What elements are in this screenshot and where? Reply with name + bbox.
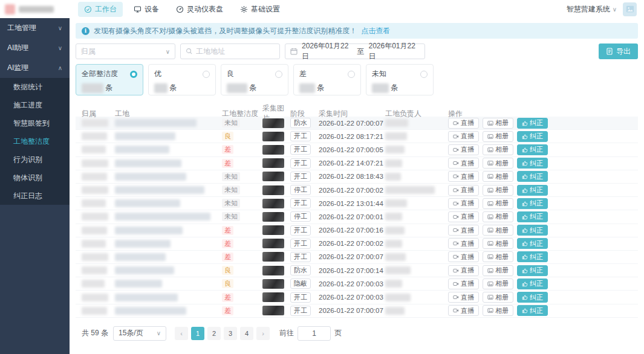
album-button[interactable]: 相册 [483,158,513,169]
correct-button[interactable]: 纠正 [517,185,548,196]
live-button[interactable]: 直播 [448,225,479,236]
album-button[interactable]: 相册 [483,292,513,303]
radio-icon[interactable] [275,71,282,78]
sidebar-item[interactable]: 纠正日志 [0,187,70,205]
radio-icon[interactable] [348,71,355,78]
radio-icon[interactable] [130,71,137,78]
topnav-item[interactable]: 灵动仪表盘 [170,2,229,17]
live-button[interactable]: 直播 [448,251,479,262]
album-button[interactable]: 相册 [483,131,513,142]
site-address-input[interactable] [196,47,268,56]
cleanliness-filter-card[interactable]: 差 条 [293,64,361,95]
next-page-button[interactable]: › [256,327,270,340]
owner-select[interactable]: 归属 ∨ [76,43,175,59]
sidebar-item[interactable]: 智慧眼签到 [0,114,70,132]
table-row[interactable]: 未知 开工 2026-01-22 08:18:43 直播 相册 纠正 [76,170,638,184]
sidebar-item[interactable]: 施工进度 [0,96,70,114]
table-row[interactable]: 差 开工 2026-01-22 07:00:02 直播 相册 纠正 [76,237,638,251]
system-switcher[interactable]: 智慧营建系统 ∨ [567,4,617,14]
album-button[interactable]: 相册 [483,225,513,236]
topnav-item[interactable]: 基础设置 [234,2,286,17]
goto-page-input[interactable] [298,326,331,341]
page-button[interactable]: 4 [240,327,253,340]
live-button[interactable]: 直播 [448,278,479,289]
correct-button[interactable]: 纠正 [517,265,548,276]
live-button[interactable]: 直播 [448,131,479,142]
table-row[interactable]: 差 开工 2026-01-22 07:00:07 直播 相册 纠正 [76,304,638,318]
live-button[interactable]: 直播 [448,158,479,169]
capture-thumbnail[interactable] [262,199,284,208]
table-row[interactable]: 良 防水 2026-01-22 07:00:14 直播 相册 纠正 [76,264,638,277]
table-row[interactable]: 良 隐蔽 2026-01-22 07:00:03 直播 相册 纠正 [76,277,638,291]
capture-thumbnail[interactable] [262,279,284,289]
capture-thumbnail[interactable] [262,185,284,195]
capture-thumbnail[interactable] [262,212,284,222]
live-button[interactable]: 直播 [448,305,479,316]
live-button[interactable]: 直播 [448,118,479,129]
album-button[interactable]: 相册 [483,171,513,182]
table-row[interactable]: 差 开工 2026-01-22 14:07:21 直播 相册 纠正 [76,157,638,170]
page-button[interactable]: 1 [191,327,204,340]
capture-thumbnail[interactable] [262,145,284,155]
cleanliness-filter-card[interactable]: 优 条 [148,64,216,95]
capture-thumbnail[interactable] [262,225,284,235]
album-button[interactable]: 相册 [483,144,513,155]
live-button[interactable]: 直播 [448,265,479,276]
album-button[interactable]: 相册 [483,238,513,249]
album-button[interactable]: 相册 [483,265,513,276]
album-button[interactable]: 相册 [483,305,513,316]
date-range-picker[interactable]: 2026年01月22日 至 2026年01月22日 [285,43,425,59]
correct-button[interactable]: 纠正 [517,144,548,155]
live-button[interactable]: 直播 [448,292,479,303]
correct-button[interactable]: 纠正 [517,305,548,316]
prev-page-button[interactable]: ‹ [175,327,188,340]
page-button[interactable]: 2 [207,327,221,340]
table-row[interactable]: 未知 停工 2026-01-22 07:00:01 直播 相册 纠正 [76,210,638,224]
correct-button[interactable]: 纠正 [517,118,548,129]
correct-button[interactable]: 纠正 [517,158,548,169]
table-row[interactable]: 未知 开工 2026-01-22 13:01:44 直播 相册 纠正 [76,197,638,210]
cleanliness-filter-card[interactable]: 全部整洁度 条 [76,64,143,95]
capture-thumbnail[interactable] [262,306,284,315]
radio-icon[interactable] [203,71,210,78]
correct-button[interactable]: 纠正 [517,225,548,236]
sidebar-section-header[interactable]: AI助理 ∨ [0,38,70,58]
album-button[interactable]: 相册 [483,185,513,196]
capture-thumbnail[interactable] [262,132,284,141]
capture-thumbnail[interactable] [262,118,284,128]
table-row[interactable]: 未知 停工 2026-01-22 07:00:02 直播 相册 纠正 [76,184,638,197]
avatar[interactable] [623,2,637,16]
table-row[interactable]: 差 开工 2026-01-22 07:00:05 直播 相册 纠正 [76,143,638,156]
capture-thumbnail[interactable] [262,158,284,168]
live-button[interactable]: 直播 [448,238,479,249]
correct-button[interactable]: 纠正 [517,238,548,249]
capture-thumbnail[interactable] [262,172,284,181]
sidebar-item[interactable]: 物体识别 [0,169,70,187]
correct-button[interactable]: 纠正 [517,131,548,142]
sidebar-section-header[interactable]: AI监理 ∧ [0,58,70,78]
site-address-search[interactable] [180,43,280,59]
page-button[interactable]: 3 [224,327,237,340]
album-button[interactable]: 相册 [483,278,513,289]
live-button[interactable]: 直播 [448,144,479,155]
capture-thumbnail[interactable] [262,292,284,302]
album-button[interactable]: 相册 [483,118,513,129]
sidebar-item[interactable]: 数据统计 [0,78,70,96]
topnav-item[interactable]: 设备 [128,2,165,17]
table-row[interactable]: 差 开工 2026-01-22 07:00:16 直播 相册 纠正 [76,224,638,237]
export-button[interactable]: 导出 [599,43,638,59]
cleanliness-filter-card[interactable]: 未知 条 [366,64,434,95]
live-button[interactable]: 直播 [448,185,479,196]
table-row[interactable]: 良 开工 2026-01-22 08:17:21 直播 相册 纠正 [76,130,638,143]
live-button[interactable]: 直播 [448,198,479,209]
topnav-item[interactable]: 工作台 [78,2,123,17]
correct-button[interactable]: 纠正 [517,198,548,209]
sidebar-section-header[interactable]: 工地管理 ∨ [0,18,70,38]
table-row[interactable]: 差 开工 2026-01-22 07:00:07 直播 相册 纠正 [76,251,638,264]
live-button[interactable]: 直播 [448,171,479,182]
sidebar-item[interactable]: 行为识别 [0,150,70,169]
correct-button[interactable]: 纠正 [517,251,548,262]
correct-button[interactable]: 纠正 [517,278,548,289]
album-button[interactable]: 相册 [483,198,513,209]
album-button[interactable]: 相册 [483,251,513,262]
